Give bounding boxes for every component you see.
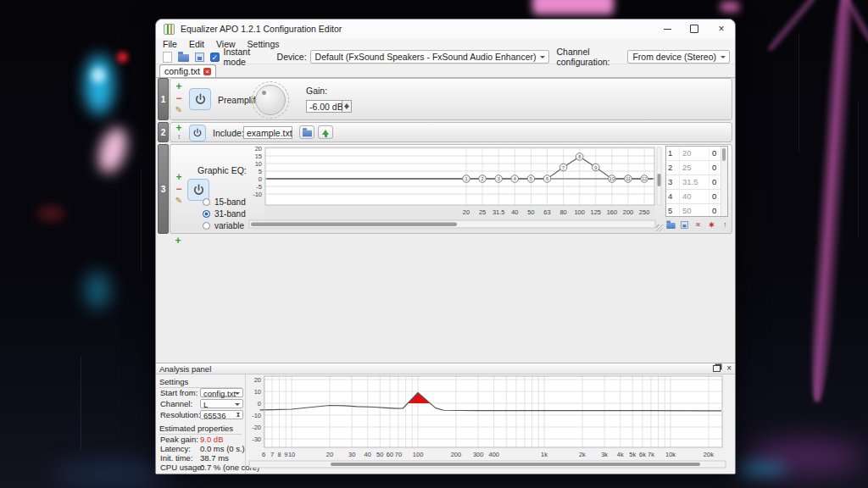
latency-value: 0.0 ms (0 s.) — [200, 444, 245, 453]
remove-filter-button[interactable]: − — [174, 184, 184, 194]
band-table-row[interactable]: 1200 — [666, 147, 727, 161]
row3-number-strip[interactable]: 3 — [158, 144, 169, 234]
analysis-response-graph[interactable]: 20100-10-20-3067891020304050607010020030… — [248, 374, 727, 469]
band-number: 5 — [666, 204, 679, 217]
open-file-button[interactable] — [177, 51, 189, 63]
band-table-row[interactable]: 5500 — [666, 204, 727, 217]
radio-label: 15-band — [214, 197, 246, 207]
radio-dot[interactable] — [203, 210, 210, 218]
close-panel-icon[interactable]: × — [726, 364, 732, 373]
svg-text:7: 7 — [270, 451, 274, 458]
svg-text:7: 7 — [562, 165, 565, 170]
start-from-select[interactable]: config.txt — [200, 388, 243, 397]
minimize-button[interactable] — [654, 19, 681, 38]
gain-spinbox[interactable]: -6.00 dB — [306, 100, 352, 113]
normalize-response-icon[interactable]: ∗ — [706, 219, 717, 230]
power-icon — [194, 93, 207, 106]
band-number: 3 — [666, 175, 679, 189]
save-file-button[interactable] — [194, 51, 206, 63]
tab-close-button[interactable]: × — [203, 68, 211, 75]
float-panel-icon[interactable] — [713, 365, 721, 372]
menu-edit[interactable]: Edit — [189, 39, 204, 49]
include-file-input[interactable]: example.txt — [243, 126, 292, 139]
band-table-row[interactable]: 4400 — [666, 190, 727, 204]
svg-text:10: 10 — [255, 160, 262, 168]
device-select[interactable]: Default (FxSound Speakers - FxSound Audi… — [310, 50, 550, 64]
edit-filter-icon[interactable]: ✎ — [174, 105, 184, 115]
row-preamplification: + − ✎ Preamplification: Gain: -6.00 dB — [170, 78, 732, 120]
band-frequency: 25 — [679, 161, 709, 175]
peak-gain-value: 9.0 dB — [200, 435, 223, 444]
window-titlebar[interactable]: Equalizer APO 1.2.1 Configuration Editor… — [156, 19, 735, 38]
svg-text:10: 10 — [609, 176, 615, 181]
gain-value[interactable]: -6.00 dB — [306, 100, 342, 113]
svg-text:300: 300 — [473, 451, 484, 458]
svg-text:30: 30 — [348, 451, 355, 458]
add-row-button[interactable]: + — [173, 236, 183, 246]
invert-response-icon[interactable]: ≈ — [693, 219, 704, 230]
tab-config-txt[interactable]: config.txt × — [159, 64, 216, 77]
radio-31-band[interactable]: 31-band — [203, 208, 246, 219]
svg-text:20: 20 — [255, 146, 262, 152]
export-file-icon[interactable] — [679, 219, 690, 230]
row1-number-strip[interactable]: 1 — [158, 78, 169, 120]
graph-resize-grip[interactable] — [656, 225, 663, 231]
resolution-spinbox[interactable]: 65536 — [200, 410, 243, 419]
close-button[interactable]: × — [708, 19, 735, 38]
svg-text:50: 50 — [527, 208, 534, 216]
svg-text:11: 11 — [626, 176, 631, 181]
svg-text:5: 5 — [259, 168, 262, 175]
row2-number-strip[interactable]: 2 — [158, 122, 169, 142]
svg-text:1: 1 — [465, 176, 467, 181]
expand-icon[interactable]: ↕ — [174, 132, 184, 142]
instant-mode-checkbox[interactable]: ✓ — [210, 53, 220, 62]
analysis-panel-header[interactable]: Analysis panel × — [156, 363, 735, 374]
spin-down-icon — [344, 106, 349, 112]
add-filter-button[interactable]: + — [174, 81, 184, 92]
table-scrollbar[interactable] — [721, 147, 727, 216]
graphic-eq-label: Graphic EQ: — [198, 165, 247, 175]
start-from-label: Start from: — [160, 388, 200, 397]
add-filter-button[interactable]: + — [174, 172, 184, 182]
gain-spin-arrows[interactable] — [342, 100, 352, 113]
svg-text:6k: 6k — [639, 451, 646, 458]
graphic-eq-graph[interactable]: 20151050-5-10202531.54050638010012516020… — [247, 146, 663, 230]
radio-15-band[interactable]: 15-band — [203, 196, 246, 208]
svg-text:-10: -10 — [253, 191, 262, 198]
row-number: 2 — [161, 128, 166, 137]
rain-streak — [858, 102, 859, 237]
maximize-button[interactable] — [681, 19, 708, 38]
svg-text:160: 160 — [607, 208, 618, 216]
folder-icon — [666, 222, 675, 228]
street-glow-red-left — [38, 208, 64, 219]
power-toggle[interactable] — [189, 88, 211, 110]
open-include-button[interactable] — [318, 125, 333, 139]
import-file-icon[interactable] — [665, 219, 676, 230]
radio-variable[interactable]: variable — [203, 219, 246, 231]
row-include: + ↕ Include: example.txt — [170, 122, 732, 142]
reset-response-icon[interactable]: ↑ — [720, 219, 731, 230]
band-mode-radio-group: 15-band31-bandvariable — [203, 196, 246, 231]
svg-text:5: 5 — [530, 176, 532, 181]
edit-filter-icon[interactable]: ✎ — [174, 196, 184, 206]
svg-text:50: 50 — [376, 451, 383, 458]
menu-file[interactable]: File — [163, 39, 177, 49]
browse-file-button[interactable] — [299, 125, 314, 139]
device-value: Default (FxSound Speakers - FxSound Audi… — [315, 52, 537, 62]
gain-knob[interactable] — [255, 85, 286, 115]
radio-dot[interactable] — [203, 222, 210, 230]
svg-text:12: 12 — [642, 176, 647, 181]
analysis-panel: Analysis panel × Settings Start from: co… — [156, 363, 735, 474]
band-table-row[interactable]: 331.50 — [666, 175, 727, 190]
band-frequency: 50 — [679, 204, 709, 217]
radio-dot[interactable] — [203, 198, 210, 206]
channel-config-select[interactable]: From device (Stereo) — [627, 50, 730, 64]
minimize-icon — [664, 29, 671, 30]
remove-filter-button[interactable]: − — [174, 93, 184, 103]
band-gain-table[interactable]: 12002250331.50440055006630 — [665, 146, 728, 217]
channel-select[interactable]: L — [200, 399, 243, 408]
svg-text:3k: 3k — [601, 451, 608, 458]
band-table-row[interactable]: 2250 — [666, 161, 727, 175]
power-toggle[interactable] — [189, 125, 206, 141]
new-file-button[interactable] — [161, 51, 173, 63]
